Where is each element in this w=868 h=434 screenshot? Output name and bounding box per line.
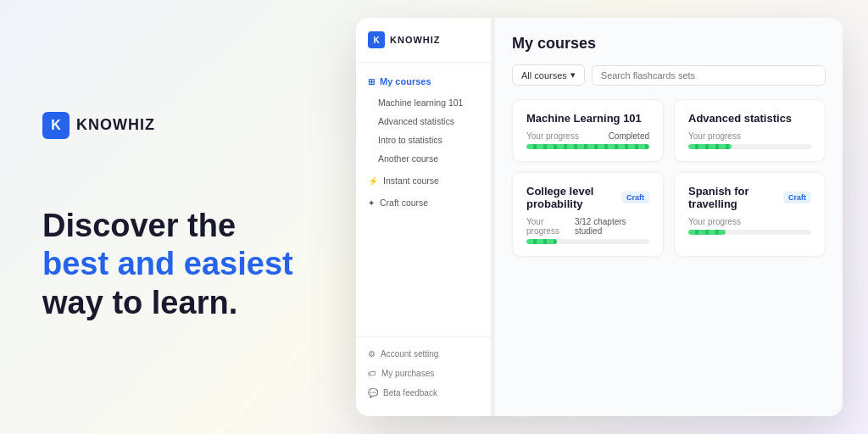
progress-bar-bg-college-prob [526, 239, 649, 244]
page-title: My courses [512, 35, 826, 53]
purchases-icon: 🏷 [368, 369, 376, 378]
sidebar-my-courses-label[interactable]: ⊞ My courses [356, 73, 491, 90]
progress-row-adv-stats: Your progress [688, 131, 811, 141]
hero-line3: way to learn. [42, 285, 237, 320]
course-card-ml101[interactable]: Machine Learning 101 Your progress Compl… [512, 99, 664, 162]
progress-bar-bg-adv-stats [688, 144, 811, 149]
course-card-spanish[interactable]: Spanish for travelling Craft Your progre… [674, 172, 826, 257]
hero-line2: best and easiest [42, 246, 293, 281]
search-input[interactable] [592, 65, 826, 86]
sidebar-account-settings[interactable]: ⚙ Account setting [356, 344, 491, 364]
sidebar-item-ml101[interactable]: Machine learning 101 [356, 93, 491, 112]
search-container [592, 65, 826, 86]
craft-badge-spanish: Craft [783, 192, 811, 203]
progress-bar-bg-spanish [688, 230, 811, 235]
sidebar-bottom: ⚙ Account setting 🏷 My purchases 💬 Beta … [356, 337, 491, 403]
progress-bar-fill-college-prob [526, 239, 557, 244]
progress-bar-fill-spanish [688, 230, 726, 235]
progress-row-college-prob: Your progress 3/12 chapters studied [526, 217, 649, 236]
progress-row-ml101: Your progress Completed [526, 131, 649, 141]
sidebar-logo-icon: K [368, 31, 385, 48]
app-window: K KNOWHIZ ⊞ My courses Machine learning … [356, 18, 843, 416]
progress-bar-fill-ml101 [526, 144, 649, 149]
main-logo-area: K KNOWHIZ [42, 112, 322, 139]
main-logo-text: KNOWHIZ [76, 116, 155, 134]
progress-bar-bg-ml101 [526, 144, 649, 149]
sidebar-my-purchases[interactable]: 🏷 My purchases [356, 364, 491, 383]
card-title-spanish: Spanish for travelling Craft [688, 185, 811, 210]
sidebar-item-another[interactable]: Another course [356, 149, 491, 168]
hero-text: Discover the best and easiest way to lea… [42, 207, 322, 323]
hero-line1: Discover the [42, 208, 236, 243]
sidebar-beta-feedback[interactable]: 💬 Beta feedback [356, 383, 491, 403]
filter-dropdown[interactable]: All courses ▾ [512, 64, 585, 86]
sidebar-item-instant[interactable]: ⚡ Instant course [356, 171, 491, 190]
filter-label: All courses [521, 70, 567, 81]
card-title-adv-stats: Advanced statistics [688, 112, 811, 125]
filter-row: All courses ▾ [512, 64, 826, 86]
sidebar-logo: K KNOWHIZ [356, 31, 491, 63]
sidebar-item-adv-stats[interactable]: Advanced statistics [356, 112, 491, 131]
instant-icon: ⚡ [368, 176, 378, 186]
status-badge-college-prob: 3/12 chapters studied [575, 217, 649, 236]
chevron-down-icon: ▾ [570, 70, 576, 81]
courses-icon: ⊞ [368, 77, 375, 86]
craft-icon: ✦ [368, 198, 375, 208]
progress-bar-fill-adv-stats [688, 144, 732, 149]
progress-row-spanish: Your progress [688, 217, 811, 226]
card-title-college-prob: College level probability Craft [526, 185, 649, 210]
course-card-college-prob[interactable]: College level probability Craft Your pro… [512, 172, 664, 257]
sidebar-logo-text: KNOWHIZ [390, 35, 441, 45]
status-badge-ml101: Completed [609, 131, 649, 141]
craft-badge-college: Craft [621, 192, 649, 203]
main-content: My courses All courses ▾ Machine Learnin… [495, 18, 843, 416]
course-card-adv-stats[interactable]: Advanced statistics Your progress [674, 99, 826, 162]
feedback-icon: 💬 [368, 388, 378, 398]
sidebar-item-intro-stats[interactable]: Intro to statistics [356, 131, 491, 149]
courses-grid: Machine Learning 101 Your progress Compl… [512, 99, 826, 257]
account-icon: ⚙ [368, 349, 376, 359]
sidebar: K KNOWHIZ ⊞ My courses Machine learning … [356, 18, 492, 416]
card-title-ml101: Machine Learning 101 [526, 112, 649, 125]
main-logo-icon: K [42, 112, 70, 139]
sidebar-item-craft[interactable]: ✦ Craft course [356, 193, 491, 212]
left-section: K KNOWHIZ Discover the best and easiest … [0, 78, 356, 357]
